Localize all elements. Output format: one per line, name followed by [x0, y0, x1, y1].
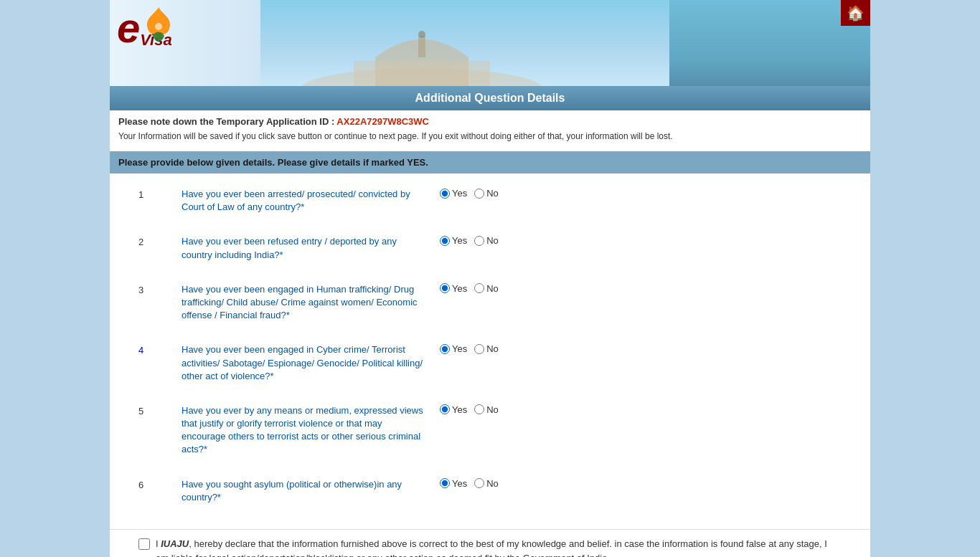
- q6-yes-option[interactable]: Yes: [440, 478, 467, 489]
- q1-no-radio[interactable]: [474, 189, 484, 199]
- info-section: Please note down the Temporary Applicati…: [110, 110, 870, 151]
- q5-no-option[interactable]: No: [474, 404, 499, 415]
- question-number-4: 4: [138, 343, 182, 356]
- q6-yes-radio[interactable]: [440, 478, 450, 488]
- q5-no-radio[interactable]: [474, 404, 484, 414]
- svg-rect-3: [418, 36, 425, 57]
- q1-yes-radio[interactable]: [440, 189, 450, 199]
- q5-yes-option[interactable]: Yes: [440, 404, 467, 415]
- question-row-5: 5 Have you ever by any means or medium, …: [138, 401, 842, 460]
- question-row-6: 6 Have you sought asylum (political or o…: [138, 475, 842, 508]
- home-icon: 🏠: [847, 5, 864, 21]
- question-text-4: Have you ever been engaged in Cyber crim…: [182, 343, 425, 383]
- section-header-text: Please provide below given details. Plea…: [118, 157, 862, 168]
- q4-no-option[interactable]: No: [474, 343, 499, 354]
- q4-yes-label: Yes: [452, 343, 467, 354]
- question-number-5: 5: [138, 404, 182, 416]
- question-text-2: Have you ever been refused entry / depor…: [182, 235, 425, 261]
- q3-yes-label: Yes: [452, 283, 467, 294]
- dome-silhouette: [296, 22, 547, 86]
- q3-yes-radio[interactable]: [440, 283, 450, 293]
- question-number-6: 6: [138, 478, 182, 490]
- q1-yes-option[interactable]: Yes: [440, 188, 467, 199]
- declaration-text: I IUAJU, hereby declare that the informa…: [156, 537, 842, 557]
- q1-yes-label: Yes: [452, 188, 467, 199]
- declaration-name: IUAJU: [161, 538, 189, 549]
- q6-no-radio[interactable]: [474, 478, 484, 488]
- q2-no-option[interactable]: No: [474, 235, 499, 246]
- question-options-6: Yes No: [440, 478, 499, 489]
- logo-area: eVisa: [117, 7, 172, 49]
- q3-yes-option[interactable]: Yes: [440, 283, 467, 294]
- q5-yes-label: Yes: [452, 404, 467, 415]
- q1-no-option[interactable]: No: [474, 188, 499, 199]
- temp-id-label: Please note down the Temporary Applicati…: [118, 116, 334, 127]
- q4-yes-radio[interactable]: [440, 344, 450, 354]
- q5-no-label: No: [486, 404, 499, 415]
- question-number-3: 3: [138, 283, 182, 295]
- q2-yes-option[interactable]: Yes: [440, 235, 467, 246]
- declaration-section: I IUAJU, hereby declare that the informa…: [110, 529, 870, 557]
- home-button[interactable]: 🏠: [841, 0, 870, 26]
- page-title: Additional Question Details: [116, 92, 864, 105]
- main-content: Additional Question Details Please note …: [110, 86, 870, 557]
- svg-point-0: [155, 23, 162, 30]
- question-text-3: Have you ever been engaged in Human traf…: [182, 283, 425, 323]
- header-background: [260, 0, 870, 86]
- question-options-4: Yes No: [440, 343, 499, 354]
- declaration-checkbox[interactable]: [138, 538, 150, 550]
- temp-id-value: AX22A7297W8C3WC: [336, 116, 429, 127]
- question-row-3: 3 Have you ever been engaged in Human tr…: [138, 280, 842, 326]
- q3-no-label: No: [486, 283, 499, 294]
- q2-no-radio[interactable]: [474, 236, 484, 246]
- question-text-1: Have you ever been arrested/ prosecuted/…: [182, 188, 425, 214]
- question-row-4: 4 Have you ever been engaged in Cyber cr…: [138, 340, 842, 386]
- q2-yes-label: Yes: [452, 235, 467, 246]
- question-options-1: Yes No: [440, 188, 499, 199]
- svg-point-4: [418, 31, 425, 38]
- questions-area: 1 Have you ever been arrested/ prosecute…: [110, 181, 870, 525]
- q3-no-radio[interactable]: [474, 283, 484, 293]
- page-title-bar: Additional Question Details: [110, 86, 870, 110]
- q6-yes-label: Yes: [452, 478, 467, 489]
- q4-no-label: No: [486, 343, 499, 354]
- q5-yes-radio[interactable]: [440, 404, 450, 414]
- q2-no-label: No: [486, 235, 499, 246]
- declaration-content: I IUAJU, hereby declare that the informa…: [138, 537, 842, 557]
- temp-id-line: Please note down the Temporary Applicati…: [118, 116, 862, 127]
- section-header: Please provide below given details. Plea…: [110, 151, 870, 173]
- info-text: Your Information will be saved if you cl…: [118, 131, 862, 141]
- header: eVisa 🏠: [110, 0, 870, 86]
- q2-yes-radio[interactable]: [440, 236, 450, 246]
- question-number-1: 1: [138, 188, 182, 200]
- question-text-6: Have you sought asylum (political or oth…: [182, 478, 425, 504]
- question-row-1: 1 Have you ever been arrested/ prosecute…: [138, 184, 842, 217]
- q4-no-radio[interactable]: [474, 344, 484, 354]
- flame-icon: [137, 4, 180, 54]
- q3-no-option[interactable]: No: [474, 283, 499, 294]
- question-options-2: Yes No: [440, 235, 499, 246]
- question-number-2: 2: [138, 235, 182, 247]
- question-options-3: Yes No: [440, 283, 499, 294]
- q6-no-label: No: [486, 478, 499, 489]
- svg-rect-2: [354, 61, 490, 86]
- question-text-5: Have you ever by any means or medium, ex…: [182, 404, 425, 457]
- q4-yes-option[interactable]: Yes: [440, 343, 467, 354]
- q1-no-label: No: [486, 188, 499, 199]
- question-row-2: 2 Have you ever been refused entry / dep…: [138, 232, 842, 265]
- question-options-5: Yes No: [440, 404, 499, 415]
- q6-no-option[interactable]: No: [474, 478, 499, 489]
